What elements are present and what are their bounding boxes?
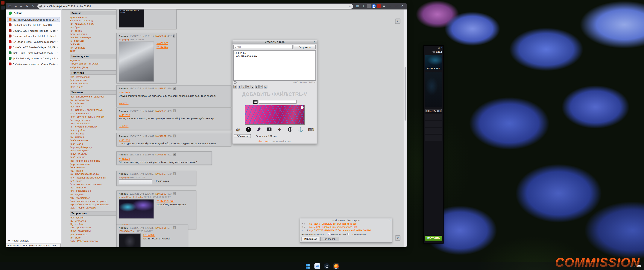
board-link[interactable]: /un/ - образование bbox=[70, 189, 117, 193]
board-link[interactable]: /diy/ - хобби bbox=[70, 223, 117, 226]
anchor-sticker-icon[interactable]: ⚓ bbox=[298, 126, 304, 132]
format-button[interactable]: B bbox=[233, 85, 237, 88]
corner-app-icon-1[interactable] bbox=[1, 1, 4, 5]
reply-backlink[interactable]: >>452861 bbox=[119, 102, 128, 104]
url-text[interactable]: https://2ch.hk/ja/res/452324.html#452324 bbox=[43, 5, 347, 8]
address-bar[interactable]: https://2ch.hk/ja/res/452324.html#452324… bbox=[38, 4, 353, 9]
browser-tab[interactable]: /pol/ - Putin-Trump call waiting room - … bbox=[7, 50, 60, 55]
post-image-thumbnail[interactable]: Is there really such room at stations? bbox=[119, 9, 144, 28]
tab-close-button[interactable]: × bbox=[57, 18, 58, 21]
back-button[interactable]: ← bbox=[13, 4, 18, 9]
close-icon[interactable]: X bbox=[314, 40, 316, 44]
network-icon[interactable]: ≋ bbox=[633, 265, 636, 267]
post-menu-button[interactable]: ▶ bbox=[173, 134, 176, 137]
post-menu-button[interactable]: ▶ bbox=[173, 172, 176, 175]
tab-close-button[interactable]: × bbox=[57, 51, 58, 54]
board-link[interactable]: НейроFap (18+) bbox=[70, 66, 117, 69]
favorite-thread-link[interactable]: /ja/452324 - Виртуальных клуберов тред 3… bbox=[309, 226, 390, 228]
watch-posts-checkbox[interactable]: ✓ bbox=[328, 233, 330, 235]
post-menu-button[interactable]: ▶ bbox=[173, 153, 176, 156]
scroll-to-bottom-button[interactable]: ∨ bbox=[395, 235, 401, 241]
board-link[interactable]: /bo/ - книги bbox=[70, 105, 117, 108]
quote-link[interactable]: >>452855 bbox=[144, 233, 170, 236]
new-tab-button[interactable]: + Новая вкладка bbox=[6, 238, 61, 243]
board-link[interactable]: /d/ - дискуссии о два.ч bbox=[70, 22, 117, 26]
browser-tab[interactable]: SA Stage 1 Boss - Yamame Kurodani's Them… bbox=[7, 39, 60, 44]
tab-close-button[interactable]: × bbox=[57, 35, 58, 37]
menu-icon[interactable]: ≡ bbox=[382, 4, 386, 9]
board-link[interactable]: /b/ - бред bbox=[70, 26, 117, 29]
post-number-link[interactable]: №452855 bbox=[156, 87, 166, 89]
board-link[interactable]: /pa/ - живопись bbox=[70, 233, 117, 236]
file-link[interactable]: pegora(h2cons)...1.webm bbox=[119, 196, 144, 198]
battery-icon[interactable] bbox=[638, 265, 641, 267]
maximize-button[interactable]: □ bbox=[438, 47, 440, 49]
board-link[interactable]: /mg/ - магия bbox=[70, 142, 117, 146]
board-link[interactable]: /fa/ - мода и стиль bbox=[70, 118, 117, 122]
board-link[interactable]: /fl/ - иностранные языки bbox=[70, 125, 117, 129]
format-button[interactable]: O bbox=[250, 85, 254, 88]
tab-close-button[interactable]: × bbox=[57, 40, 58, 43]
board-link[interactable]: /re/ - религия bbox=[70, 166, 117, 169]
post-image-thumbnail[interactable] bbox=[119, 179, 152, 184]
close-button[interactable]: × bbox=[441, 47, 442, 49]
tab-close-button[interactable]: × bbox=[57, 62, 58, 65]
board-link[interactable]: /mov/ - Фильмы bbox=[70, 152, 117, 156]
game-list-item[interactable] bbox=[424, 114, 442, 120]
favorite-thread-link[interactable]: /ja/451165 - Виртуальных клуберов тред 3… bbox=[309, 223, 390, 225]
tab-close-button[interactable]: × bbox=[57, 29, 58, 32]
post-number-link[interactable]: №452856 bbox=[156, 110, 166, 112]
corner-app-icon-2[interactable] bbox=[1, 6, 4, 10]
board-link[interactable]: /soc/ - общение bbox=[70, 33, 117, 36]
board-link[interactable]: /c/ - комиксы и мультфильмы bbox=[70, 108, 117, 112]
scrollbar[interactable] bbox=[404, 9, 406, 247]
board-link[interactable]: /sf/ - научная фантастика bbox=[70, 173, 117, 176]
format-button[interactable]: U bbox=[246, 85, 250, 88]
start-button[interactable] bbox=[305, 263, 311, 269]
launcher-banner[interactable]: WARCRAFT bbox=[424, 55, 442, 70]
remove-favorite-icon[interactable]: × bbox=[302, 229, 303, 232]
board-link[interactable]: /sp/ - спорт bbox=[70, 179, 117, 183]
board-link[interactable]: /ne/ - животные и природа bbox=[70, 159, 117, 162]
board-link[interactable]: /zog/ - теории заговора bbox=[70, 206, 117, 210]
post-image-thumbnail[interactable] bbox=[119, 42, 154, 82]
quote-link[interactable]: >>452847 bbox=[156, 42, 168, 44]
board-link[interactable]: /w/ - оружие bbox=[70, 193, 117, 196]
board-link[interactable]: /mu/ - музыка bbox=[70, 156, 117, 159]
board-link[interactable]: /psy/ - психология bbox=[70, 162, 117, 166]
board-link[interactable]: /wp/ - обои и высокое разрешение bbox=[70, 203, 117, 206]
format-button[interactable]: Aₐ bbox=[264, 85, 267, 88]
minimize-button[interactable]: – bbox=[436, 47, 437, 49]
account-icon[interactable] bbox=[372, 4, 376, 8]
tab-close-button[interactable]: × bbox=[57, 24, 58, 26]
board-link[interactable]: /tv/ - тв и кино bbox=[70, 186, 117, 189]
firefox-icon[interactable] bbox=[333, 263, 339, 269]
browser-tab[interactable]: SIGNAL LOST mod for Half-Life - ModDB × bbox=[7, 28, 60, 33]
format-button[interactable]: Aª bbox=[259, 85, 263, 88]
close-button[interactable]: × bbox=[400, 4, 405, 9]
quote-link[interactable]: >>452851 bbox=[156, 45, 168, 48]
board-link[interactable]: /me/ - медицина bbox=[70, 139, 117, 142]
browser-tab[interactable]: Бэбэй плачет и смотрит Отель Хазбин (1 × bbox=[7, 61, 60, 66]
post-menu-button[interactable]: ▶ bbox=[173, 35, 175, 37]
launcher-login[interactable]: ВХОД bbox=[424, 50, 443, 54]
tab-top-threads[interactable]: Топ тредов bbox=[320, 237, 338, 241]
watch-favorite-icon[interactable]: ○ bbox=[304, 229, 305, 232]
post-number-link[interactable]: №452859 bbox=[156, 173, 166, 175]
globe-sticker-icon[interactable] bbox=[288, 127, 292, 132]
board-link[interactable]: /api/ - API bbox=[70, 43, 117, 46]
minimize-button[interactable]: – bbox=[387, 4, 393, 9]
watch-favorite-icon[interactable]: ○ bbox=[304, 223, 305, 225]
tab-favorites[interactable]: Избранное bbox=[302, 237, 320, 241]
board-link[interactable]: Купить пасскод bbox=[70, 16, 117, 19]
game-list-item[interactable] bbox=[424, 135, 442, 141]
captcha-image[interactable]: ? bbox=[244, 105, 304, 124]
remove-favorite-icon[interactable]: × bbox=[302, 223, 303, 225]
board-link[interactable]: /ftb/ - футбол bbox=[70, 129, 117, 132]
scroll-to-top-button[interactable]: ∧ bbox=[395, 19, 401, 24]
file-drop-zone[interactable]: ДОБАВИТЬ ФАЙЛ/CTRL-V bbox=[232, 89, 317, 100]
quote-link[interactable]: >>452856 bbox=[119, 139, 130, 141]
post-menu-button[interactable]: ▶ bbox=[173, 192, 176, 195]
post-menu-button[interactable]: ▶ bbox=[173, 87, 176, 90]
eggplant-sticker-icon[interactable] bbox=[257, 127, 261, 132]
